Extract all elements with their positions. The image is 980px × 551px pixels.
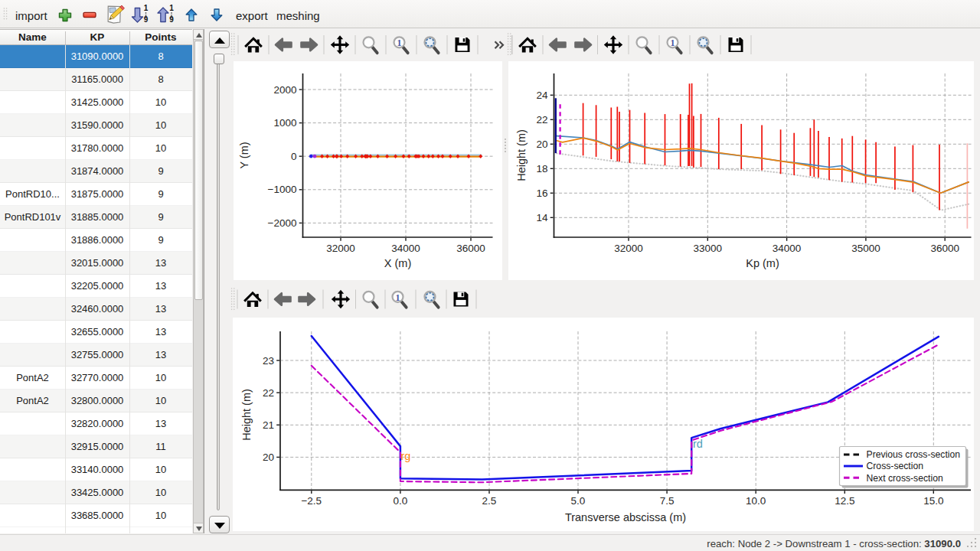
svg-text:1: 1 bbox=[396, 292, 400, 303]
svg-text:1: 1 bbox=[397, 37, 402, 48]
svg-text:1: 1 bbox=[671, 37, 675, 48]
